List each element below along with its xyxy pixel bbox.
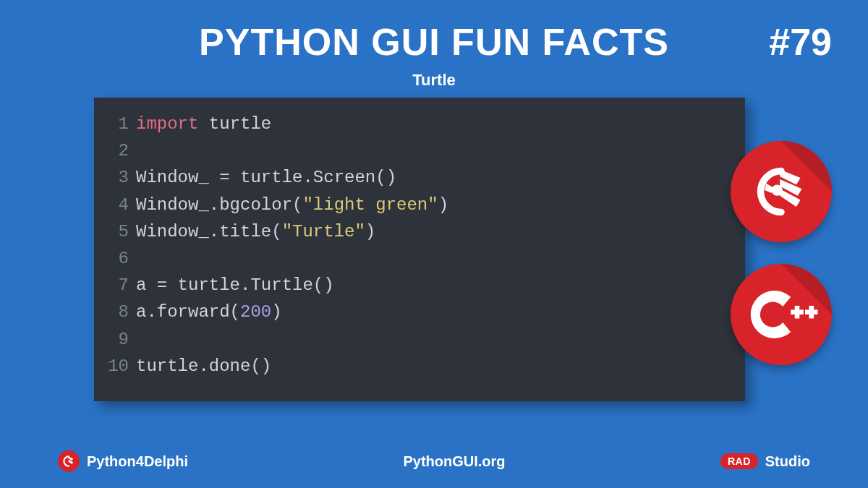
footer-right: RAD Studio bbox=[720, 453, 810, 470]
code-content bbox=[136, 326, 146, 353]
code-content: import turtle bbox=[136, 111, 271, 137]
line-number: 10 bbox=[107, 353, 136, 380]
code-line: 3Window_ = turtle.Screen() bbox=[107, 164, 732, 191]
code-line: 5Window_.title("Turtle") bbox=[107, 218, 732, 245]
code-line: 1import turtle bbox=[107, 111, 732, 137]
footer-left: Python4Delphi bbox=[58, 450, 188, 472]
code-content: Window_.bgcolor("light green") bbox=[136, 192, 448, 218]
delphi-logo-icon bbox=[731, 141, 832, 242]
code-line: 6 bbox=[107, 245, 732, 272]
page-title: PYTHON GUI FUN FACTS bbox=[0, 20, 868, 64]
code-line: 10turtle.done() bbox=[107, 353, 732, 380]
footer-left-label: Python4Delphi bbox=[87, 453, 188, 470]
delphi-small-icon bbox=[58, 450, 80, 472]
svg-rect-2 bbox=[795, 306, 800, 319]
line-number: 1 bbox=[107, 111, 136, 137]
line-number: 3 bbox=[107, 164, 136, 191]
rad-badge: RAD bbox=[720, 453, 758, 469]
line-number: 6 bbox=[107, 245, 136, 272]
code-content: Window_.title("Turtle") bbox=[136, 218, 375, 245]
line-number: 5 bbox=[107, 218, 136, 245]
footer-center: PythonGUI.org bbox=[403, 453, 505, 470]
line-number: 8 bbox=[107, 299, 136, 325]
header: PYTHON GUI FUN FACTS bbox=[0, 20, 868, 64]
line-number: 7 bbox=[107, 272, 136, 299]
code-line: 9 bbox=[107, 326, 732, 353]
side-logos bbox=[731, 141, 832, 365]
svg-rect-4 bbox=[809, 306, 814, 319]
code-line: 7a = turtle.Turtle() bbox=[107, 272, 732, 299]
code-line: 8a.forward(200) bbox=[107, 299, 732, 325]
code-content: a = turtle.Turtle() bbox=[136, 272, 334, 299]
fact-number: #79 bbox=[769, 20, 832, 64]
subtitle: Turtle bbox=[0, 71, 868, 90]
footer: Python4Delphi PythonGUI.org RAD Studio bbox=[0, 450, 868, 472]
svg-point-0 bbox=[772, 185, 783, 196]
code-line: 2 bbox=[107, 137, 732, 164]
code-content: turtle.done() bbox=[136, 353, 271, 380]
code-content: a.forward(200) bbox=[136, 299, 282, 325]
line-number: 4 bbox=[107, 192, 136, 218]
code-block: 1import turtle2 3Window_ = turtle.Screen… bbox=[94, 98, 745, 401]
line-number: 2 bbox=[107, 137, 136, 164]
code-line: 4Window_.bgcolor("light green") bbox=[107, 192, 732, 218]
code-content bbox=[136, 137, 146, 164]
code-content: Window_ = turtle.Screen() bbox=[136, 164, 396, 191]
line-number: 9 bbox=[107, 326, 136, 353]
footer-center-label: PythonGUI.org bbox=[403, 453, 505, 470]
cpp-builder-logo-icon bbox=[731, 264, 832, 365]
code-content bbox=[136, 245, 146, 272]
footer-right-label: Studio bbox=[765, 453, 810, 470]
